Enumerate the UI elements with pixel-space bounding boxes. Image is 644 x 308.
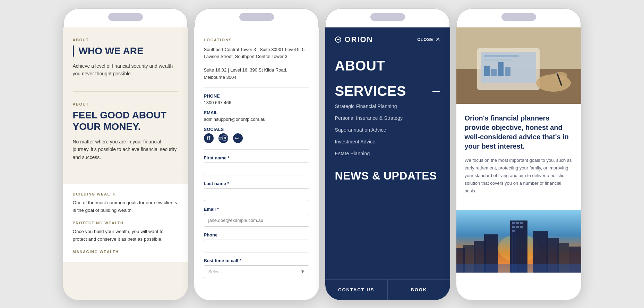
book-button[interactable]: BOOK: [388, 280, 450, 300]
svg-point-14: [553, 72, 567, 80]
phone-value: 1300 667 466: [204, 100, 309, 105]
divider-1: [73, 91, 178, 92]
wealth-section: BUILDING WEALTH One of the most common g…: [63, 184, 188, 262]
email-value: adminsupport@orionfp.com.au: [204, 117, 309, 122]
svg-rect-8: [484, 59, 512, 61]
email-label: EMAIL: [204, 110, 309, 115]
svg-rect-11: [498, 62, 504, 76]
svg-rect-22: [512, 222, 515, 224]
svg-rect-28: [512, 230, 515, 232]
services-submenu: Strategic Financial Planning Personal In…: [335, 99, 440, 164]
contact-us-button[interactable]: CONTACT US: [325, 280, 388, 300]
submenu-insurance[interactable]: Personal Insurance & Strategy: [335, 112, 440, 124]
screen3-footer: CONTACT US BOOK: [325, 279, 450, 300]
top-image-svg: [456, 27, 581, 104]
besttimetocall-label: Best time to call *: [204, 258, 309, 263]
screen3-header: ORION CLOSE ✕: [325, 27, 450, 50]
phone-label: PHONE: [204, 93, 309, 99]
who-we-are-heading: WHO WE ARE: [79, 45, 178, 57]
besttimetocall-select[interactable]: Select...: [204, 265, 309, 278]
phone-content-2: LOCATIONS Southport Central Tower 3 | Su…: [194, 27, 319, 300]
phone-notch-4: [501, 13, 536, 21]
svg-point-1: [224, 137, 226, 139]
section-feel-good: ABOUT FEEL GOOD ABOUT YOUR MONEY. No mat…: [73, 102, 178, 161]
divider-contact-2: [204, 149, 309, 150]
svg-point-2: [226, 137, 226, 137]
lastname-input[interactable]: [204, 188, 309, 201]
phone-input[interactable]: [204, 240, 309, 252]
svg-rect-24: [520, 222, 523, 224]
building-label: BUILDING WEALTH: [73, 192, 178, 196]
phone-1: ABOUT WHO WE ARE Achieve a level of fina…: [63, 8, 188, 300]
socials-row: f in: [204, 133, 309, 143]
city-svg: [456, 210, 581, 273]
svg-rect-7: [484, 55, 519, 57]
svg-rect-27: [520, 226, 523, 228]
nav-item-news[interactable]: NEWS & UPDATES: [335, 164, 440, 187]
orion-logo-circle: [335, 36, 341, 43]
managing-label: MANAGING WEALTH: [73, 250, 178, 254]
firstname-input[interactable]: [204, 163, 309, 175]
about-label-1: ABOUT: [73, 38, 178, 42]
nav-item-about[interactable]: ABOUT: [335, 53, 440, 78]
select-placeholder: Select...: [208, 269, 225, 274]
phone-content-3: ORION CLOSE ✕ ABOUT SERVICES —: [325, 27, 450, 300]
building-para: One of the most common goals for our new…: [73, 199, 178, 214]
socials-label: SOCIALS: [204, 127, 309, 132]
nav-item-services[interactable]: SERVICES —: [335, 78, 440, 99]
phone-4: Orion's financial planners provide objec…: [456, 8, 581, 300]
protecting-label: PROTECTING WEALTH: [73, 221, 178, 225]
divider-2: [73, 175, 178, 175]
nav-news-label: NEWS & UPDATES: [335, 169, 437, 182]
phone-3: ORION CLOSE ✕ ABOUT SERVICES —: [325, 8, 450, 300]
close-button[interactable]: CLOSE ✕: [417, 36, 440, 43]
phone-2: LOCATIONS Southport Central Tower 3 | Su…: [194, 8, 319, 300]
section-who-we-are: ABOUT WHO WE ARE Achieve a level of fina…: [73, 38, 178, 78]
screen4-para: We focus on the most important goals to …: [465, 157, 573, 195]
submenu-superannuation[interactable]: Superannuation Advice: [335, 124, 440, 136]
svg-rect-37: [456, 264, 581, 273]
screens-container: ABOUT WHO WE ARE Achieve a level of fina…: [63, 8, 581, 300]
about-label-2: ABOUT: [73, 102, 178, 106]
lastname-label: Last name *: [204, 181, 309, 186]
locations-label: LOCATIONS: [204, 38, 309, 42]
firstname-label: First name *: [204, 155, 309, 160]
phone-notch-1: [108, 13, 143, 21]
submenu-estate[interactable]: Estate Planning: [335, 148, 440, 159]
screen4: Orion's financial planners provide objec…: [456, 27, 581, 300]
svg-rect-9: [484, 66, 490, 76]
svg-rect-12: [505, 67, 510, 76]
phone-form-label: Phone: [204, 232, 309, 238]
who-we-are-bar: WHO WE ARE: [73, 45, 178, 57]
services-expand-icon: —: [432, 86, 440, 95]
email-input[interactable]: [204, 214, 309, 227]
screen1: ABOUT WHO WE ARE Achieve a level of fina…: [63, 27, 188, 300]
screen4-top-image: [456, 27, 581, 104]
svg-rect-25: [512, 226, 515, 228]
phone-notch-2: [239, 13, 274, 21]
screen3-nav: ABOUT SERVICES — Strategic Financial Pla…: [325, 50, 450, 279]
orion-logo-text: ORION: [345, 35, 373, 44]
who-we-are-para: Achieve a level of financial security an…: [73, 62, 178, 78]
close-label: CLOSE: [417, 37, 433, 42]
facebook-icon[interactable]: f: [204, 133, 214, 143]
instagram-icon[interactable]: [218, 133, 228, 143]
address-2: Suite 16.02 | Level 16, 390 St Kilda Roa…: [204, 67, 309, 81]
email-form-label: Email *: [204, 207, 309, 212]
screen4-content: Orion's financial planners provide objec…: [456, 104, 581, 210]
phone-content-1: ABOUT WHO WE ARE Achieve a level of fina…: [63, 27, 188, 300]
besttimetocall-wrapper: Select... ▼: [204, 265, 309, 278]
screen3: ORION CLOSE ✕ ABOUT SERVICES —: [325, 27, 450, 300]
feel-good-para: No matter where you are in your financia…: [73, 138, 178, 161]
submenu-investment[interactable]: Investment Advice: [335, 136, 440, 148]
phone-notch-3: [370, 13, 405, 21]
svg-rect-26: [516, 226, 519, 228]
phone-content-4: Orion's financial planners provide objec…: [456, 27, 581, 300]
close-x-icon: ✕: [436, 36, 440, 43]
screen4-bottom-image: [456, 210, 581, 273]
submenu-strategic[interactable]: Strategic Financial Planning: [335, 100, 440, 112]
linkedin-icon[interactable]: in: [233, 133, 243, 143]
nav-services-label: SERVICES: [335, 83, 406, 99]
protecting-para: Once you build your wealth, you will wan…: [73, 228, 178, 243]
nav-about-label: ABOUT: [335, 58, 385, 74]
